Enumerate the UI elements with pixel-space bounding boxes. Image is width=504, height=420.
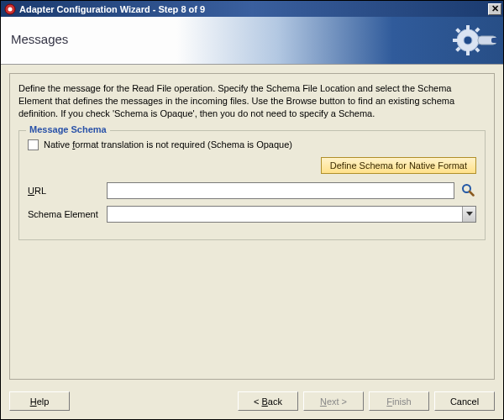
finish-button[interactable]: Finish bbox=[369, 391, 429, 411]
page-title: Messages bbox=[1, 17, 78, 64]
opaque-checkbox-label: Native format translation is not require… bbox=[44, 139, 292, 150]
header-band: Messages bbox=[1, 17, 503, 65]
titlebar: Adapter Configuration Wizard - Step 8 of… bbox=[1, 1, 503, 17]
url-row: URL bbox=[28, 182, 476, 199]
define-native-format-button[interactable]: Define Schema for Native Format bbox=[321, 157, 476, 174]
svg-marker-16 bbox=[466, 212, 473, 216]
main-panel: Define the message for the Read File ope… bbox=[9, 73, 495, 380]
gear-icon bbox=[449, 20, 498, 62]
schema-element-label: Schema Element bbox=[28, 209, 102, 219]
svg-rect-10 bbox=[475, 27, 480, 32]
magnifier-icon bbox=[461, 183, 475, 198]
close-icon: ✕ bbox=[491, 3, 499, 13]
next-button[interactable]: Next > bbox=[303, 391, 364, 411]
back-button[interactable]: < Back bbox=[238, 391, 298, 411]
fieldset-legend: Message Schema bbox=[26, 124, 110, 134]
svg-rect-13 bbox=[491, 38, 498, 43]
message-schema-fieldset: Message Schema Native format translation… bbox=[18, 130, 486, 240]
content-area: Define the message for the Read File ope… bbox=[1, 65, 503, 385]
svg-line-15 bbox=[470, 192, 474, 196]
close-button[interactable]: ✕ bbox=[488, 3, 501, 15]
wizard-window: Adapter Configuration Wizard - Step 8 of… bbox=[0, 0, 504, 420]
svg-point-1 bbox=[8, 7, 13, 11]
chevron-down-icon bbox=[462, 207, 475, 222]
app-icon bbox=[4, 3, 16, 15]
help-button[interactable]: Help bbox=[9, 391, 70, 411]
schema-element-select[interactable] bbox=[107, 206, 476, 223]
svg-point-3 bbox=[464, 36, 472, 45]
cancel-button[interactable]: Cancel bbox=[434, 391, 495, 411]
window-title: Adapter Configuration Wizard - Step 8 of… bbox=[19, 4, 488, 14]
wizard-button-bar: Help < Back Next > Finish Cancel bbox=[1, 385, 503, 419]
opaque-checkbox[interactable] bbox=[28, 139, 39, 150]
schema-element-row: Schema Element bbox=[28, 206, 476, 223]
browse-url-button[interactable] bbox=[459, 182, 476, 199]
url-label: URL bbox=[28, 186, 102, 196]
define-native-row: Define Schema for Native Format bbox=[28, 157, 476, 174]
svg-rect-5 bbox=[466, 50, 470, 55]
description-text: Define the message for the Read File ope… bbox=[18, 82, 486, 120]
opaque-checkbox-row[interactable]: Native format translation is not require… bbox=[28, 139, 476, 150]
svg-rect-6 bbox=[453, 39, 458, 42]
svg-rect-4 bbox=[466, 25, 470, 30]
url-input[interactable] bbox=[107, 182, 454, 199]
